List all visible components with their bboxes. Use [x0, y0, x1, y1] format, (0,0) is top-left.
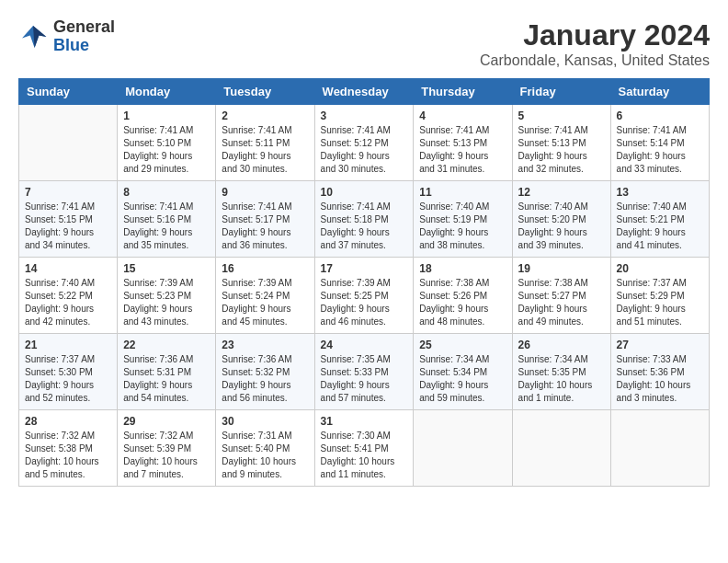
calendar-cell: 19Sunrise: 7:38 AM Sunset: 5:27 PM Dayli… — [512, 258, 610, 334]
day-number: 1 — [123, 109, 210, 122]
calendar-cell: 5Sunrise: 7:41 AM Sunset: 5:13 PM Daylig… — [512, 105, 610, 181]
calendar-cell: 23Sunrise: 7:36 AM Sunset: 5:32 PM Dayli… — [216, 334, 314, 410]
day-info: Sunrise: 7:41 AM Sunset: 5:13 PM Dayligh… — [518, 124, 605, 176]
calendar-cell: 6Sunrise: 7:41 AM Sunset: 5:14 PM Daylig… — [610, 105, 709, 181]
calendar-cell: 14Sunrise: 7:40 AM Sunset: 5:22 PM Dayli… — [19, 258, 118, 334]
day-number: 22 — [123, 339, 210, 351]
day-number: 21 — [25, 339, 111, 351]
day-info: Sunrise: 7:34 AM Sunset: 5:34 PM Dayligh… — [419, 353, 506, 405]
day-info: Sunrise: 7:41 AM Sunset: 5:18 PM Dayligh… — [321, 201, 408, 252]
day-number: 4 — [419, 109, 506, 122]
day-number: 10 — [321, 186, 408, 199]
day-info: Sunrise: 7:31 AM Sunset: 5:40 PM Dayligh… — [222, 430, 308, 481]
day-number: 20 — [617, 262, 703, 275]
day-info: Sunrise: 7:39 AM Sunset: 5:23 PM Dayligh… — [123, 277, 210, 328]
calendar-cell: 10Sunrise: 7:41 AM Sunset: 5:18 PM Dayli… — [314, 181, 414, 258]
calendar-table: Sunday Monday Tuesday Wednesday Thursday… — [18, 78, 710, 487]
day-number: 29 — [123, 415, 210, 428]
day-number: 16 — [222, 262, 308, 275]
day-info: Sunrise: 7:37 AM Sunset: 5:30 PM Dayligh… — [25, 353, 111, 405]
day-info: Sunrise: 7:40 AM Sunset: 5:20 PM Dayligh… — [518, 201, 605, 252]
day-info: Sunrise: 7:41 AM Sunset: 5:12 PM Dayligh… — [321, 124, 408, 176]
day-number: 19 — [518, 262, 605, 275]
calendar-cell — [512, 410, 610, 487]
calendar-week-row: 1Sunrise: 7:41 AM Sunset: 5:10 PM Daylig… — [19, 105, 710, 181]
calendar-cell: 22Sunrise: 7:36 AM Sunset: 5:31 PM Dayli… — [118, 334, 216, 410]
page-title: January 2024 — [480, 18, 710, 52]
calendar-cell: 26Sunrise: 7:34 AM Sunset: 5:35 PM Dayli… — [512, 334, 610, 410]
day-number: 11 — [419, 186, 506, 199]
col-sunday: Sunday — [19, 79, 118, 105]
calendar-cell: 20Sunrise: 7:37 AM Sunset: 5:29 PM Dayli… — [610, 258, 709, 334]
day-info: Sunrise: 7:33 AM Sunset: 5:36 PM Dayligh… — [617, 353, 703, 405]
day-number: 31 — [321, 415, 408, 428]
day-info: Sunrise: 7:41 AM Sunset: 5:15 PM Dayligh… — [25, 201, 111, 252]
day-number: 14 — [25, 262, 111, 275]
title-block: January 2024 Carbondale, Kansas, United … — [480, 18, 710, 69]
day-number: 6 — [617, 109, 703, 122]
day-number: 9 — [222, 186, 308, 199]
day-info: Sunrise: 7:41 AM Sunset: 5:13 PM Dayligh… — [419, 124, 506, 176]
day-number: 27 — [617, 339, 703, 351]
logo-icon — [18, 22, 48, 52]
col-friday: Friday — [512, 79, 610, 105]
day-info: Sunrise: 7:30 AM Sunset: 5:41 PM Dayligh… — [321, 430, 408, 481]
day-info: Sunrise: 7:38 AM Sunset: 5:26 PM Dayligh… — [419, 277, 506, 328]
calendar-cell: 11Sunrise: 7:40 AM Sunset: 5:19 PM Dayli… — [414, 181, 512, 258]
calendar-cell: 31Sunrise: 7:30 AM Sunset: 5:41 PM Dayli… — [314, 410, 414, 487]
logo: General Blue — [18, 18, 115, 55]
day-info: Sunrise: 7:41 AM Sunset: 5:11 PM Dayligh… — [222, 124, 308, 176]
day-info: Sunrise: 7:35 AM Sunset: 5:33 PM Dayligh… — [321, 353, 408, 405]
day-number: 3 — [321, 109, 408, 122]
day-info: Sunrise: 7:36 AM Sunset: 5:31 PM Dayligh… — [123, 353, 210, 405]
day-number: 30 — [222, 415, 308, 428]
calendar-week-row: 21Sunrise: 7:37 AM Sunset: 5:30 PM Dayli… — [19, 334, 710, 410]
calendar-cell: 29Sunrise: 7:32 AM Sunset: 5:39 PM Dayli… — [118, 410, 216, 487]
day-number: 5 — [518, 109, 605, 122]
calendar-cell — [610, 410, 709, 487]
page-header: General Blue January 2024 Carbondale, Ka… — [18, 18, 710, 69]
calendar-cell: 15Sunrise: 7:39 AM Sunset: 5:23 PM Dayli… — [118, 258, 216, 334]
day-number: 8 — [123, 186, 210, 199]
calendar-cell: 27Sunrise: 7:33 AM Sunset: 5:36 PM Dayli… — [610, 334, 709, 410]
logo-text: General Blue — [53, 18, 115, 55]
day-number: 25 — [419, 339, 506, 351]
calendar-cell: 8Sunrise: 7:41 AM Sunset: 5:16 PM Daylig… — [118, 181, 216, 258]
day-info: Sunrise: 7:32 AM Sunset: 5:39 PM Dayligh… — [123, 430, 210, 481]
day-info: Sunrise: 7:39 AM Sunset: 5:25 PM Dayligh… — [321, 277, 408, 328]
col-saturday: Saturday — [610, 79, 709, 105]
day-number: 24 — [321, 339, 408, 351]
calendar-cell: 18Sunrise: 7:38 AM Sunset: 5:26 PM Dayli… — [414, 258, 512, 334]
day-number: 13 — [617, 186, 703, 199]
calendar-cell: 13Sunrise: 7:40 AM Sunset: 5:21 PM Dayli… — [610, 181, 709, 258]
calendar-week-row: 14Sunrise: 7:40 AM Sunset: 5:22 PM Dayli… — [19, 258, 710, 334]
calendar-cell: 17Sunrise: 7:39 AM Sunset: 5:25 PM Dayli… — [314, 258, 414, 334]
calendar-cell — [19, 105, 118, 181]
page-subtitle: Carbondale, Kansas, United States — [480, 52, 710, 69]
col-wednesday: Wednesday — [314, 79, 414, 105]
calendar-cell: 1Sunrise: 7:41 AM Sunset: 5:10 PM Daylig… — [118, 105, 216, 181]
day-info: Sunrise: 7:32 AM Sunset: 5:38 PM Dayligh… — [25, 430, 111, 481]
day-info: Sunrise: 7:36 AM Sunset: 5:32 PM Dayligh… — [222, 353, 308, 405]
calendar-cell: 12Sunrise: 7:40 AM Sunset: 5:20 PM Dayli… — [512, 181, 610, 258]
calendar-cell: 28Sunrise: 7:32 AM Sunset: 5:38 PM Dayli… — [19, 410, 118, 487]
day-info: Sunrise: 7:41 AM Sunset: 5:17 PM Dayligh… — [222, 201, 308, 252]
calendar-cell: 24Sunrise: 7:35 AM Sunset: 5:33 PM Dayli… — [314, 334, 414, 410]
day-info: Sunrise: 7:40 AM Sunset: 5:22 PM Dayligh… — [25, 277, 111, 328]
day-number: 18 — [419, 262, 506, 275]
calendar-cell: 16Sunrise: 7:39 AM Sunset: 5:24 PM Dayli… — [216, 258, 314, 334]
calendar-cell — [414, 410, 512, 487]
day-info: Sunrise: 7:34 AM Sunset: 5:35 PM Dayligh… — [518, 353, 605, 405]
calendar-week-row: 7Sunrise: 7:41 AM Sunset: 5:15 PM Daylig… — [19, 181, 710, 258]
day-number: 7 — [25, 186, 111, 199]
day-info: Sunrise: 7:41 AM Sunset: 5:10 PM Dayligh… — [123, 124, 210, 176]
day-number: 15 — [123, 262, 210, 275]
calendar-cell: 21Sunrise: 7:37 AM Sunset: 5:30 PM Dayli… — [19, 334, 118, 410]
col-tuesday: Tuesday — [216, 79, 314, 105]
day-number: 12 — [518, 186, 605, 199]
calendar-header-row: Sunday Monday Tuesday Wednesday Thursday… — [19, 79, 710, 105]
day-number: 17 — [321, 262, 408, 275]
day-info: Sunrise: 7:38 AM Sunset: 5:27 PM Dayligh… — [518, 277, 605, 328]
day-number: 2 — [222, 109, 308, 122]
day-number: 26 — [518, 339, 605, 351]
